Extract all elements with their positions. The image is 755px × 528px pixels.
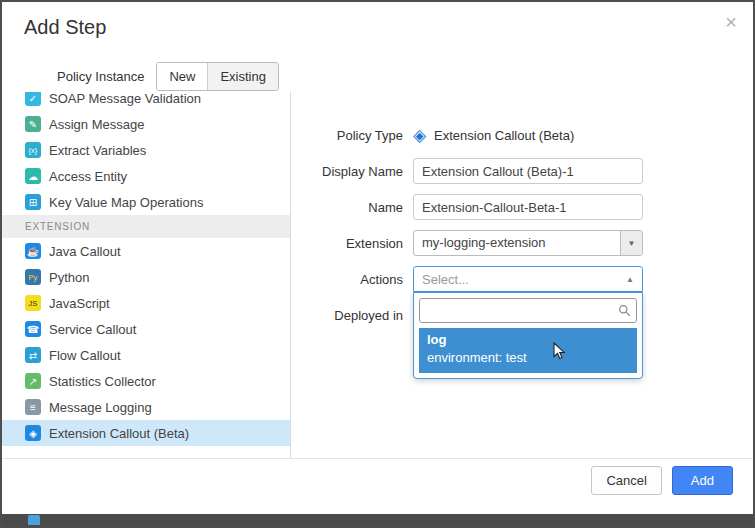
policy-type-label: Policy Type — [291, 128, 403, 143]
policy-item-label: Assign Message — [49, 117, 144, 132]
extension-label: Extension — [291, 236, 403, 251]
policy-item-label: Extension Callout (Beta) — [49, 426, 189, 441]
policy-item-message-logging[interactable]: ≡Message Logging — [2, 394, 290, 420]
modal-body: ✓SOAP Message Validation✎Assign Message{… — [2, 92, 753, 458]
key-value-map-icon: ⊞ — [25, 194, 41, 210]
search-icon — [618, 304, 631, 317]
name-label: Name — [291, 200, 403, 215]
extension-select-value: my-logging-extension — [414, 231, 620, 255]
policy-item-assign-message[interactable]: ✎Assign Message — [2, 111, 290, 137]
message-logging-icon: ≡ — [25, 399, 41, 415]
actions-option-subtitle: environment: test — [427, 349, 629, 367]
actions-options: logenvironment: test — [419, 328, 637, 373]
actions-option-log[interactable]: logenvironment: test — [419, 328, 637, 373]
actions-option-title: log — [427, 331, 629, 349]
service-callout-icon: ☎ — [25, 321, 41, 337]
close-icon[interactable]: × — [725, 12, 737, 32]
policy-section-header: EXTENSION — [2, 215, 290, 238]
modal-footer: Cancel Add — [2, 458, 753, 502]
policy-item-extract-variables[interactable]: {x}Extract Variables — [2, 137, 290, 163]
javascript-icon: JS — [25, 295, 41, 311]
policy-form: Policy Type ◈ Extension Callout (Beta) D… — [291, 92, 753, 458]
chevron-up-icon: ▲ — [626, 275, 642, 284]
add-step-modal: Add Step × Policy Instance New Existing … — [2, 2, 753, 514]
policy-item-label: Service Callout — [49, 322, 136, 337]
policy-item-label: Message Logging — [49, 400, 152, 415]
policy-item-java-callout[interactable]: ☕Java Callout — [2, 238, 290, 264]
background-page-strip — [2, 514, 753, 526]
actions-select[interactable]: Select... ▲ — [413, 266, 643, 292]
extract-variables-icon: {x} — [25, 142, 41, 158]
python-icon: Py — [25, 269, 41, 285]
policy-type-row: Policy Type ◈ Extension Callout (Beta) — [291, 122, 753, 148]
policy-item-label: Access Entity — [49, 169, 127, 184]
policy-type-text: Extension Callout (Beta) — [434, 128, 574, 143]
policy-item-statistics-collector[interactable]: ↗Statistics Collector — [2, 368, 290, 394]
add-button[interactable]: Add — [672, 466, 733, 495]
actions-select-value: Select... — [414, 272, 626, 287]
policy-item-javascript[interactable]: JSJavaScript — [2, 290, 290, 316]
access-entity-icon: ☁ — [25, 168, 41, 184]
name-row: Name — [291, 194, 753, 220]
policy-item-label: Extract Variables — [49, 143, 146, 158]
policy-item-label: SOAP Message Validation — [49, 92, 201, 106]
policy-item-label: Python — [49, 270, 89, 285]
add-step-modal-screen: Add Step × Policy Instance New Existing … — [0, 0, 755, 528]
cancel-button[interactable]: Cancel — [591, 466, 661, 495]
policy-item-flow-callout[interactable]: ⇄Flow Callout — [2, 342, 290, 368]
policy-item-label: Statistics Collector — [49, 374, 156, 389]
policy-instance-label: Policy Instance — [57, 69, 144, 84]
policy-item-label: Java Callout — [49, 244, 121, 259]
statistics-collector-icon: ↗ — [25, 373, 41, 389]
policy-item-key-value-map-operations[interactable]: ⊞Key Value Map Operations — [2, 189, 290, 215]
soap-message-validation-icon: ✓ — [25, 92, 41, 106]
display-name-input[interactable] — [413, 158, 643, 184]
extension-callout-policy-icon: ◈ — [413, 127, 426, 144]
actions-dropdown-panel: logenvironment: test — [413, 292, 643, 379]
flow-callout-icon: ⇄ — [25, 347, 41, 363]
policy-item-access-entity[interactable]: ☁Access Entity — [2, 163, 290, 189]
modal-title: Add Step — [24, 16, 106, 39]
display-name-label: Display Name — [291, 164, 403, 179]
extension-select[interactable]: my-logging-extension ▼ — [413, 230, 643, 256]
policy-item-python[interactable]: PyPython — [2, 264, 290, 290]
extension-callout-icon: ◈ — [25, 425, 41, 441]
policy-list: ✓SOAP Message Validation✎Assign Message{… — [2, 92, 291, 458]
policy-instance-row: Policy Instance New Existing — [57, 62, 279, 91]
chevron-down-icon: ▼ — [620, 231, 642, 255]
extension-row: Extension my-logging-extension ▼ — [291, 230, 753, 256]
policy-item-extension-callout-beta[interactable]: ◈Extension Callout (Beta) — [2, 420, 290, 446]
tab-new[interactable]: New — [157, 63, 207, 90]
actions-row: Actions Select... ▲ — [291, 266, 753, 292]
actions-search-input[interactable] — [419, 298, 637, 323]
java-callout-icon: ☕ — [25, 243, 41, 259]
name-input[interactable] — [413, 194, 643, 220]
policy-item-label: Flow Callout — [49, 348, 121, 363]
policy-item-service-callout[interactable]: ☎Service Callout — [2, 316, 290, 342]
deployed-in-label: Deployed in — [291, 308, 403, 323]
actions-label: Actions — [291, 272, 403, 287]
assign-message-icon: ✎ — [25, 116, 41, 132]
policy-item-soap-message-validation[interactable]: ✓SOAP Message Validation — [2, 92, 290, 111]
background-icon-fragment — [28, 515, 40, 525]
policy-instance-tabs: New Existing — [156, 62, 279, 91]
tab-existing[interactable]: Existing — [207, 63, 278, 90]
actions-search — [419, 298, 637, 323]
policy-item-label: JavaScript — [49, 296, 110, 311]
policy-item-label: Key Value Map Operations — [49, 195, 203, 210]
display-name-row: Display Name — [291, 158, 753, 184]
policy-type-value: ◈ Extension Callout (Beta) — [413, 127, 643, 144]
